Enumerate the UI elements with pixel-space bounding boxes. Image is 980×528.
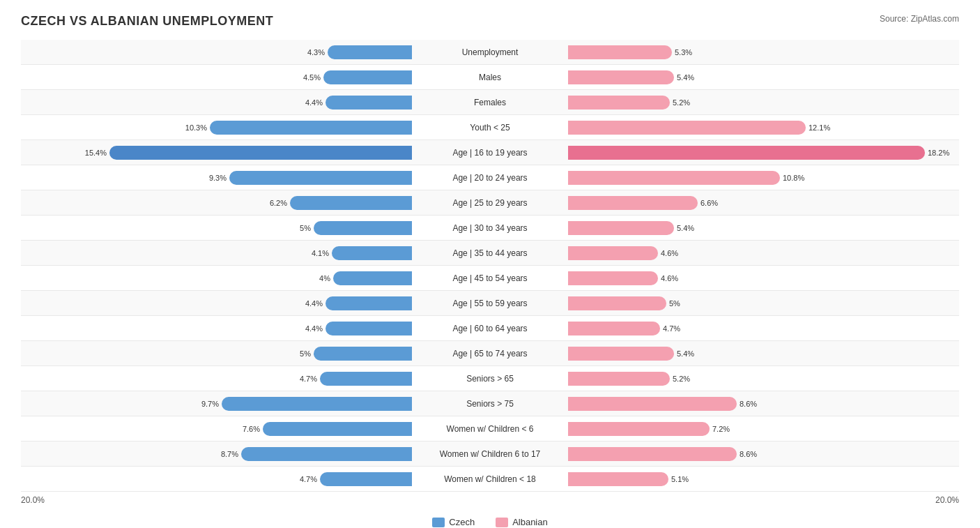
bar-wrapper-left: 4.7% bbox=[21, 371, 412, 386]
legend-czech-color bbox=[432, 518, 445, 527]
right-section: 4.7% bbox=[567, 316, 959, 340]
albanian-bar bbox=[568, 372, 670, 386]
right-section: 5.2% bbox=[567, 90, 959, 114]
legend: Czech Albanian bbox=[21, 517, 959, 527]
chart-inner: 9.7% Seniors > 75 8.6% bbox=[21, 391, 959, 416]
czech-value: 8.7% bbox=[221, 450, 238, 458]
albanian-value: 10.8% bbox=[783, 174, 804, 182]
bar-wrapper-right: 10.8% bbox=[568, 170, 959, 186]
right-section: 10.8% bbox=[567, 165, 959, 190]
row-label: Age | 16 to 19 years bbox=[413, 148, 567, 158]
chart-row: 4.4% Females 5.2% bbox=[21, 90, 959, 115]
albanian-value: 5.1% bbox=[671, 475, 689, 483]
row-label: Women w/ Children 6 to 17 bbox=[413, 449, 567, 459]
bar-wrapper-left: 5% bbox=[21, 346, 412, 361]
left-section: 4.7% bbox=[21, 467, 413, 491]
chart-row: 7.6% Women w/ Children < 6 7.2% bbox=[21, 416, 959, 442]
row-label: Seniors > 75 bbox=[413, 399, 567, 409]
row-label: Youth < 25 bbox=[413, 123, 567, 133]
bar-wrapper-left: 4% bbox=[21, 271, 412, 286]
albanian-bar bbox=[568, 70, 674, 84]
right-section: 5.1% bbox=[567, 467, 959, 491]
right-section: 6.6% bbox=[567, 190, 959, 215]
chart-inner: 6.2% Age | 25 to 29 years 6.6% bbox=[21, 190, 959, 215]
chart-row: 10.3% Youth < 25 12.1% bbox=[21, 115, 959, 140]
right-section: 4.6% bbox=[567, 266, 959, 290]
czech-value: 9.3% bbox=[209, 174, 227, 182]
legend-czech: Czech bbox=[432, 517, 475, 527]
chart-row: 4.1% Age | 35 to 44 years 4.6% bbox=[21, 241, 959, 266]
bar-wrapper-right: 18.2% bbox=[568, 145, 959, 160]
czech-bar bbox=[229, 171, 412, 185]
right-section: 5.4% bbox=[567, 65, 959, 89]
chart-row: 4.7% Women w/ Children < 18 5.1% bbox=[21, 467, 959, 492]
left-section: 4.7% bbox=[21, 366, 413, 391]
albanian-value: 7.2% bbox=[712, 425, 730, 433]
czech-value: 4% bbox=[319, 274, 330, 282]
left-section: 8.7% bbox=[21, 442, 413, 466]
chart-row: 4% Age | 45 to 54 years 4.6% bbox=[21, 266, 959, 291]
czech-value: 9.7% bbox=[201, 400, 219, 408]
left-section: 6.2% bbox=[21, 190, 413, 215]
czech-bar bbox=[326, 296, 412, 310]
czech-value: 4.4% bbox=[305, 299, 323, 308]
chart-row: 8.7% Women w/ Children 6 to 17 8.6% bbox=[21, 442, 959, 467]
right-section: 5.2% bbox=[567, 366, 959, 391]
left-section: 5% bbox=[21, 216, 413, 240]
bar-wrapper-right: 8.6% bbox=[568, 396, 959, 412]
left-section: 4.5% bbox=[21, 65, 413, 89]
chart-inner: 10.3% Youth < 25 12.1% bbox=[21, 115, 959, 139]
albanian-value: 6.6% bbox=[700, 199, 718, 207]
albanian-bar bbox=[568, 472, 668, 486]
albanian-value: 5% bbox=[669, 299, 680, 308]
left-section: 4.4% bbox=[21, 316, 413, 340]
czech-bar bbox=[290, 196, 412, 210]
left-section: 15.4% bbox=[21, 140, 413, 165]
row-label: Age | 55 to 59 years bbox=[413, 299, 567, 308]
bar-wrapper-right: 12.1% bbox=[568, 120, 959, 135]
albanian-bar bbox=[568, 121, 806, 135]
legend-albanian-label: Albanian bbox=[512, 517, 548, 527]
chart-row: 9.3% Age | 20 to 24 years 10.8% bbox=[21, 165, 959, 190]
row-label: Women w/ Children < 6 bbox=[413, 424, 567, 434]
albanian-value: 5.4% bbox=[677, 349, 694, 358]
row-label: Age | 65 to 74 years bbox=[413, 349, 567, 359]
bar-wrapper-left: 4.3% bbox=[21, 45, 412, 60]
chart-inner: 8.7% Women w/ Children 6 to 17 8.6% bbox=[21, 442, 959, 466]
chart-row: 9.7% Seniors > 75 8.6% bbox=[21, 391, 959, 416]
czech-value: 4.4% bbox=[305, 324, 323, 333]
bar-wrapper-left: 4.1% bbox=[21, 246, 412, 261]
bar-wrapper-right: 5.4% bbox=[568, 346, 959, 361]
albanian-bar bbox=[568, 296, 666, 310]
right-section: 8.6% bbox=[567, 442, 959, 466]
row-label: Age | 30 to 34 years bbox=[413, 223, 567, 233]
bar-wrapper-right: 5.1% bbox=[568, 472, 959, 487]
row-label: Age | 45 to 54 years bbox=[413, 273, 567, 283]
czech-bar bbox=[323, 70, 412, 84]
bar-wrapper-left: 4.4% bbox=[21, 296, 412, 311]
albanian-bar bbox=[568, 347, 674, 361]
chart-inner: 7.6% Women w/ Children < 6 7.2% bbox=[21, 416, 959, 441]
left-section: 4% bbox=[21, 266, 413, 290]
bar-wrapper-left: 5% bbox=[21, 220, 412, 236]
czech-value: 4.5% bbox=[303, 73, 321, 82]
czech-value: 5% bbox=[300, 349, 311, 358]
row-label: Women w/ Children < 18 bbox=[413, 474, 567, 484]
czech-bar bbox=[326, 96, 412, 110]
albanian-bar bbox=[568, 96, 670, 110]
right-section: 4.6% bbox=[567, 241, 959, 265]
bar-wrapper-left: 4.4% bbox=[21, 321, 412, 336]
czech-bar bbox=[314, 347, 412, 361]
albanian-bar bbox=[568, 447, 737, 461]
czech-value: 4.4% bbox=[305, 98, 323, 107]
albanian-value: 4.6% bbox=[661, 249, 678, 257]
czech-bar bbox=[314, 221, 412, 235]
bar-wrapper-left: 9.7% bbox=[21, 396, 412, 412]
chart-inner: 15.4% Age | 16 to 19 years 18.2% bbox=[21, 140, 959, 165]
czech-value: 6.2% bbox=[270, 199, 287, 207]
chart-inner: 4.3% Unemployment 5.3% bbox=[21, 40, 959, 64]
bar-wrapper-right: 5.4% bbox=[568, 220, 959, 236]
czech-bar bbox=[326, 322, 412, 335]
bar-wrapper-right: 5% bbox=[568, 296, 959, 311]
left-section: 7.6% bbox=[21, 416, 413, 441]
